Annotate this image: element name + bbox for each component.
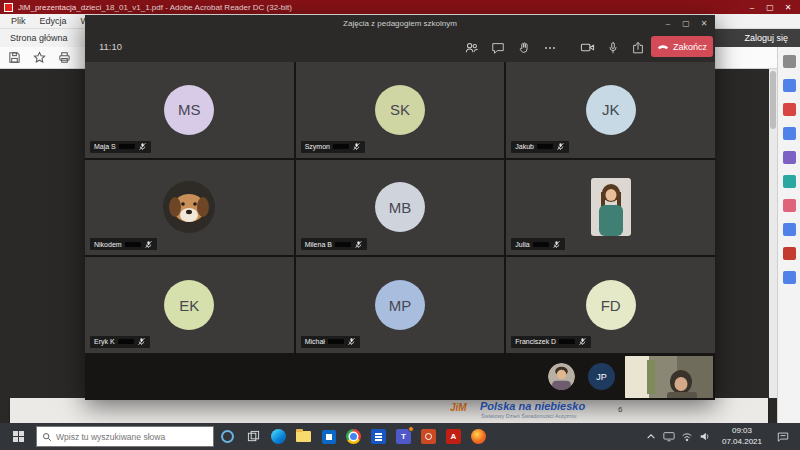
taskbar-clock[interactable]: 09:03 07.04.2021	[714, 426, 770, 447]
star-icon[interactable]	[33, 51, 46, 64]
raise-hand-icon[interactable]	[515, 39, 532, 56]
acrobat-window-title: JiM_prezentacja_dzieci_18_01_v1_1.pdf - …	[18, 3, 292, 12]
comment-tool-icon[interactable]	[783, 79, 796, 92]
teams-taskbar-button[interactable]: T	[391, 423, 416, 450]
chrome-taskbar-button[interactable]	[341, 423, 366, 450]
acrobat-scrollbar[interactable]	[769, 69, 777, 398]
menu-edycja[interactable]: Edycja	[33, 16, 74, 26]
hidden-icons-button[interactable]	[642, 423, 660, 450]
participant-tile[interactable]: MB Milena B	[296, 160, 505, 256]
attendee-initials-thumbnail[interactable]: JP	[588, 363, 615, 390]
avatar: SK	[375, 85, 425, 135]
cortana-button[interactable]	[214, 423, 240, 450]
participants-icon[interactable]	[463, 39, 480, 56]
mic-muted-icon	[578, 337, 587, 346]
name-label: Eryk K	[90, 336, 150, 348]
volume-tray-button[interactable]	[696, 423, 714, 450]
fill-sign-tool-icon[interactable]	[783, 103, 796, 116]
participant-tile[interactable]: JK Jakub	[506, 62, 715, 158]
hang-up-icon	[657, 43, 669, 50]
pdf-page-strip: JiM Polska na niebiesko Światowy Dzień Ś…	[10, 398, 768, 423]
participant-tile[interactable]: MP Michał	[296, 257, 505, 353]
mic-muted-icon	[137, 337, 146, 346]
participant-tile[interactable]: FD Franciszek D	[506, 257, 715, 353]
acrobat-close-button[interactable]: ✕	[780, 3, 796, 12]
store-taskbar-button[interactable]	[316, 423, 341, 450]
participant-tile[interactable]: SK Szymon	[296, 62, 505, 158]
search-tool-icon[interactable]	[783, 55, 796, 68]
acrobat-maximize-button[interactable]: ▢	[762, 3, 778, 12]
edit-pdf-tool-icon[interactable]	[783, 127, 796, 140]
end-call-button[interactable]: Zakończ	[651, 36, 713, 57]
word-taskbar-button[interactable]	[366, 423, 391, 450]
name-label: Jakub	[511, 141, 569, 153]
end-call-label: Zakończ	[673, 42, 707, 52]
measure-tool-icon[interactable]	[783, 271, 796, 284]
attendee-photo-thumbnail[interactable]	[548, 363, 575, 390]
action-center-button[interactable]	[770, 423, 796, 450]
participant-tile[interactable]: EK Eryk K	[85, 257, 294, 353]
mic-muted-icon	[556, 142, 565, 151]
firefox-taskbar-button[interactable]	[466, 423, 491, 450]
acrobat-minimize-button[interactable]: –	[744, 3, 760, 12]
participant-tile[interactable]: MS Maja S	[85, 62, 294, 158]
start-button[interactable]	[0, 423, 36, 450]
redacted-surname	[559, 339, 575, 344]
participant-tile[interactable]: Nikodem	[85, 160, 294, 256]
chat-icon[interactable]	[489, 39, 506, 56]
save-icon[interactable]	[8, 51, 21, 64]
camera-icon[interactable]	[579, 39, 596, 56]
more-options-icon[interactable]	[541, 39, 558, 56]
search-input[interactable]	[56, 432, 201, 442]
participant-tile[interactable]: Julia	[506, 160, 715, 256]
powerpoint-taskbar-button[interactable]	[416, 423, 441, 450]
network-tray-button[interactable]	[678, 423, 696, 450]
teams-close-button[interactable]: ✕	[695, 15, 713, 32]
mic-muted-icon	[552, 240, 561, 249]
edge-icon	[271, 429, 286, 444]
print-icon[interactable]	[58, 51, 71, 64]
display-tray-button[interactable]	[660, 423, 678, 450]
teams-maximize-button[interactable]: ▢	[677, 15, 695, 32]
stamp-tool-icon[interactable]	[783, 247, 796, 260]
powerpoint-icon	[421, 429, 436, 444]
edge-taskbar-button[interactable]	[266, 423, 291, 450]
taskbar-search[interactable]	[36, 426, 214, 447]
menu-plik[interactable]: Plik	[4, 16, 33, 26]
notification-dot	[408, 426, 414, 432]
clock-date: 07.04.2021	[714, 437, 770, 447]
mic-muted-icon	[138, 142, 147, 151]
teams-window-title: Zajęcia z pedagogiem szkolnym	[85, 19, 715, 28]
participant-grid: MS Maja S SK Szymon JK Jakub	[85, 62, 715, 353]
acrobat-taskbar-button[interactable]: A	[441, 423, 466, 450]
volume-icon	[699, 431, 711, 442]
teams-minimize-button[interactable]: –	[659, 15, 677, 32]
avatar: MP	[375, 280, 425, 330]
task-view-button[interactable]	[240, 423, 266, 450]
share-screen-icon[interactable]	[629, 39, 646, 56]
network-icon	[681, 431, 693, 442]
windows-taskbar: T A 09:03 07.04.2021	[0, 423, 800, 450]
name-label: Maja S	[90, 141, 151, 153]
word-icon	[371, 429, 386, 444]
export-pdf-tool-icon[interactable]	[783, 151, 796, 164]
file-explorer-taskbar-button[interactable]	[291, 423, 316, 450]
create-pdf-tool-icon[interactable]	[783, 175, 796, 188]
scrollbar-thumb[interactable]	[770, 71, 776, 129]
store-icon	[322, 430, 336, 444]
mic-muted-icon	[352, 142, 361, 151]
avatar: JK	[586, 85, 636, 135]
pdf-headline: Polska na niebiesko	[480, 400, 585, 412]
avatar: EK	[164, 280, 214, 330]
mic-icon[interactable]	[604, 39, 621, 56]
acrobat-titlebar: JiM_prezentacja_dzieci_18_01_v1_1.pdf - …	[0, 0, 800, 14]
avatar: MS	[164, 85, 214, 135]
sign-in-button[interactable]: Zaloguj się	[744, 33, 788, 43]
combine-files-tool-icon[interactable]	[783, 199, 796, 212]
share-tool-icon[interactable]	[783, 223, 796, 236]
redacted-surname	[537, 144, 553, 149]
chrome-icon	[346, 429, 361, 444]
tab-home[interactable]: Strona główna	[10, 29, 68, 47]
self-view-video[interactable]	[625, 356, 713, 398]
name-label: Szymon	[301, 141, 365, 153]
